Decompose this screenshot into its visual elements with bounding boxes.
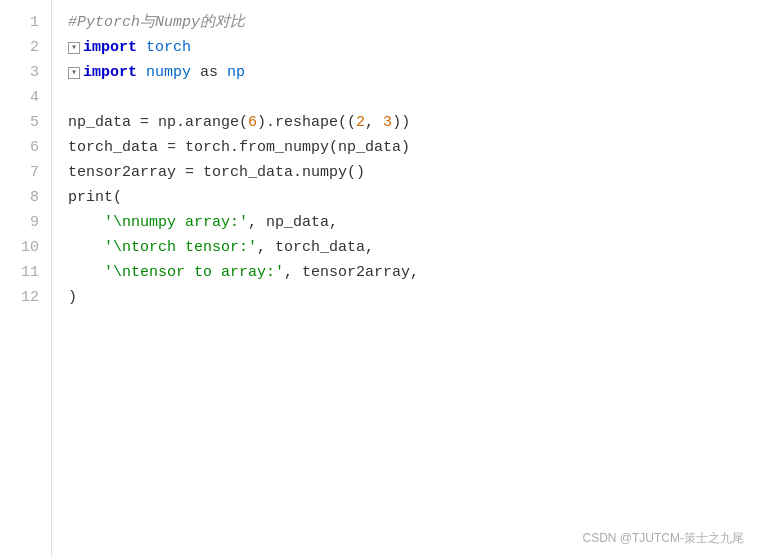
string-torch-tensor: '\ntorch tensor:' <box>104 236 257 260</box>
fold-icon-2[interactable]: ▾ <box>68 42 80 54</box>
code-area: #Pytorch与Numpy的对比 ▾import torch ▾import … <box>52 0 760 556</box>
code-line-2: ▾import torch <box>68 35 760 60</box>
line-num-2: 2 <box>0 35 51 60</box>
torch-data-line: torch_data = torch.from_numpy(np_data) <box>68 136 410 160</box>
keyword-import-3: import <box>83 61 137 85</box>
comma-11a: , tensor2array, <box>284 261 419 285</box>
line-num-11: 11 <box>0 260 51 285</box>
num-3: 3 <box>383 111 392 135</box>
module-torch: torch <box>146 36 191 60</box>
keyword-import-2: import <box>83 36 137 60</box>
tensor2array-line: tensor2array = torch_data.numpy() <box>68 161 365 185</box>
indent-11 <box>68 261 104 285</box>
space-3a <box>137 61 146 85</box>
line-num-1: 1 <box>0 10 51 35</box>
indent-10 <box>68 236 104 260</box>
space-2 <box>137 36 146 60</box>
indent-9 <box>68 211 104 235</box>
print-close: ) <box>68 286 77 310</box>
comma-5: , <box>365 111 383 135</box>
code-line-11: '\ntensor to array:', tensor2array, <box>68 260 760 285</box>
code-line-7: tensor2array = torch_data.numpy() <box>68 160 760 185</box>
line-num-7: 7 <box>0 160 51 185</box>
code-line-5: np_data = np.arange(6).reshape((2, 3)) <box>68 110 760 135</box>
alias-np: np <box>227 61 245 85</box>
string-tensor-to-array: '\ntensor to array:' <box>104 261 284 285</box>
code-line-12: ) <box>68 285 760 310</box>
num-6: 6 <box>248 111 257 135</box>
line-num-12: 12 <box>0 285 51 310</box>
line-num-6: 6 <box>0 135 51 160</box>
print-open: print( <box>68 186 122 210</box>
code-line-3: ▾import numpy as np <box>68 60 760 85</box>
var-np-data: np_data = np.arange( <box>68 111 248 135</box>
module-numpy: numpy <box>146 61 191 85</box>
line-num-5: 5 <box>0 110 51 135</box>
line-num-9: 9 <box>0 210 51 235</box>
code-line-8: print( <box>68 185 760 210</box>
reshape-close: )) <box>392 111 410 135</box>
code-editor: 1 2 3 4 5 6 7 8 9 10 11 12 #Pytorch与Nump… <box>0 0 760 556</box>
line-num-4: 4 <box>0 85 51 110</box>
watermark: CSDN @TJUTCM-策士之九尾 <box>582 529 744 548</box>
code-line-1: #Pytorch与Numpy的对比 <box>68 10 760 35</box>
code-line-10: '\ntorch tensor:', torch_data, <box>68 235 760 260</box>
as-keyword: as <box>191 61 227 85</box>
string-numpy-array: '\nnumpy array:' <box>104 211 248 235</box>
code-line-6: torch_data = torch.from_numpy(np_data) <box>68 135 760 160</box>
code-line-4 <box>68 85 760 110</box>
line-num-10: 10 <box>0 235 51 260</box>
comment-text: #Pytorch与Numpy的对比 <box>68 11 245 35</box>
num-2: 2 <box>356 111 365 135</box>
reshape-open: ).reshape(( <box>257 111 356 135</box>
fold-icon-3[interactable]: ▾ <box>68 67 80 79</box>
line-number-gutter: 1 2 3 4 5 6 7 8 9 10 11 12 <box>0 0 52 556</box>
comma-9a: , np_data, <box>248 211 338 235</box>
code-line-9: '\nnumpy array:', np_data, <box>68 210 760 235</box>
line-num-8: 8 <box>0 185 51 210</box>
line-num-3: 3 <box>0 60 51 85</box>
comma-10a: , torch_data, <box>257 236 374 260</box>
